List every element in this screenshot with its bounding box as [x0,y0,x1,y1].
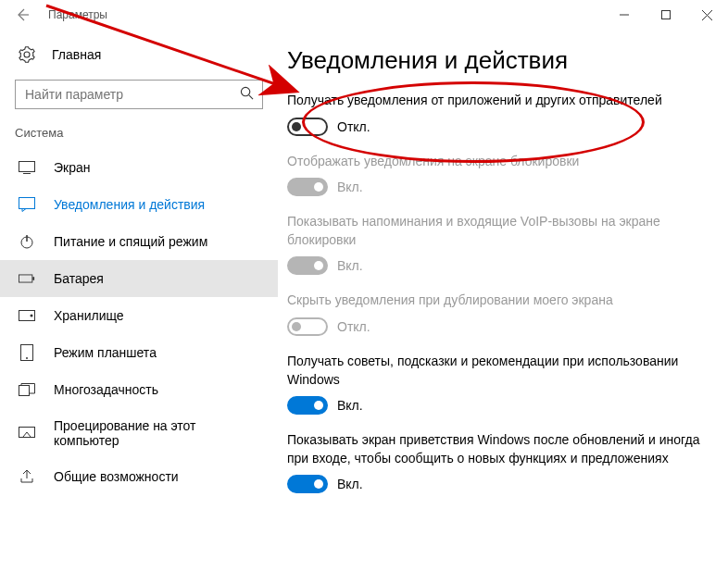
sidebar-item-label: Хранилище [54,308,124,323]
setting-label: Отображать уведомления на экране блокиро… [287,153,717,171]
setting-label: Получать уведомления от приложений и дру… [287,92,717,110]
battery-icon [19,270,35,287]
svg-point-1 [241,87,249,95]
sidebar-item-label: Многозадачность [54,382,158,397]
toggle-get-notifications[interactable] [287,118,328,136]
back-button[interactable] [7,0,37,30]
maximize-button[interactable] [645,0,686,30]
toggle-hide-duplicating [287,317,328,336]
svg-rect-5 [19,275,31,282]
setting-label: Показывать напоминания и входящие VoIP-в… [287,213,717,249]
close-button[interactable] [686,0,728,30]
svg-rect-2 [19,162,35,172]
sidebar-item-notifications[interactable]: Уведомления и действия [0,186,278,223]
back-icon [15,7,30,22]
power-icon [19,233,35,250]
sidebar-item-label: Проецирование на этот компьютер [54,418,259,448]
gear-icon [19,46,35,63]
sidebar-item-shared[interactable]: Общие возможности [0,458,278,495]
setting-label: Получать советы, подсказки и рекомендаци… [287,353,717,389]
sidebar-item-label: Батарея [54,271,104,286]
tablet-icon [19,344,35,361]
toggle-state: Вкл. [337,180,363,194]
sidebar-item-multitasking[interactable]: Многозадачность [0,371,278,408]
svg-point-10 [26,357,28,359]
content: Уведомления и действия Получать уведомле… [278,30,728,571]
window-title: Параметры [48,8,107,21]
sidebar-item-power[interactable]: Питание и спящий режим [0,223,278,260]
setting-voip-reminders: Показывать напоминания и входящие VoIP-в… [287,213,717,275]
toggle-state: Откл. [337,119,370,134]
titlebar: Параметры [0,0,728,30]
sidebar-item-tablet[interactable]: Режим планшета [0,334,278,371]
toggle-state: Вкл. [337,398,363,413]
setting-tips: Получать советы, подсказки и рекомендаци… [287,353,717,415]
page-title: Уведомления и действия [287,46,717,75]
display-icon [19,159,35,176]
toggle-welcome[interactable] [287,475,328,493]
toggle-state: Откл. [337,319,370,334]
setting-lockscreen-notifications: Отображать уведомления на экране блокиро… [287,153,717,197]
sidebar-item-projecting[interactable]: Проецирование на этот компьютер [0,408,278,458]
svg-rect-6 [32,277,34,280]
toggle-lockscreen-notifications [287,178,328,196]
setting-label: Скрыть уведомления при дублировании моег… [287,292,717,310]
search-wrap [15,80,263,109]
sidebar-section-label: Система [0,126,278,149]
search-input[interactable] [15,80,263,109]
svg-point-8 [31,315,33,317]
window-controls [603,0,728,30]
toggle-voip-reminders [287,256,328,275]
setting-welcome: Показывать экран приветствия Windows пос… [287,431,717,493]
maximize-icon [661,10,671,19]
minimize-icon [620,10,629,19]
projecting-icon [19,425,35,441]
setting-get-notifications: Получать уведомления от приложений и дру… [287,92,717,136]
sidebar-item-storage[interactable]: Хранилище [0,297,278,334]
setting-hide-duplicating: Скрыть уведомления при дублировании моег… [287,292,717,336]
toggle-state: Вкл. [337,477,363,491]
sidebar-item-battery[interactable]: Батарея [0,260,278,297]
sidebar-item-label: Питание и спящий режим [54,234,207,249]
toggle-tips[interactable] [287,396,328,415]
sidebar-home[interactable]: Главная [0,39,278,70]
storage-icon [19,307,35,324]
sidebar-item-label: Уведомления и действия [54,197,205,212]
toggle-state: Вкл. [337,258,363,273]
sidebar-item-label: Режим планшета [54,345,157,360]
multitasking-icon [19,381,35,398]
minimize-button[interactable] [603,0,645,30]
sidebar-item-display[interactable]: Экран [0,149,278,186]
sidebar-home-label: Главная [52,47,101,62]
sidebar-item-label: Общие возможности [54,469,179,484]
sidebar-item-label: Экран [54,160,91,175]
svg-rect-0 [661,11,670,19]
shared-icon [19,468,35,485]
notifications-icon [19,196,35,213]
close-icon [702,10,712,20]
svg-rect-11 [19,386,30,396]
sidebar: Главная Система Экран Уведомления и дейс… [0,30,278,571]
search-icon [240,86,254,103]
svg-rect-3 [19,198,35,209]
setting-label: Показывать экран приветствия Windows пос… [287,431,717,467]
